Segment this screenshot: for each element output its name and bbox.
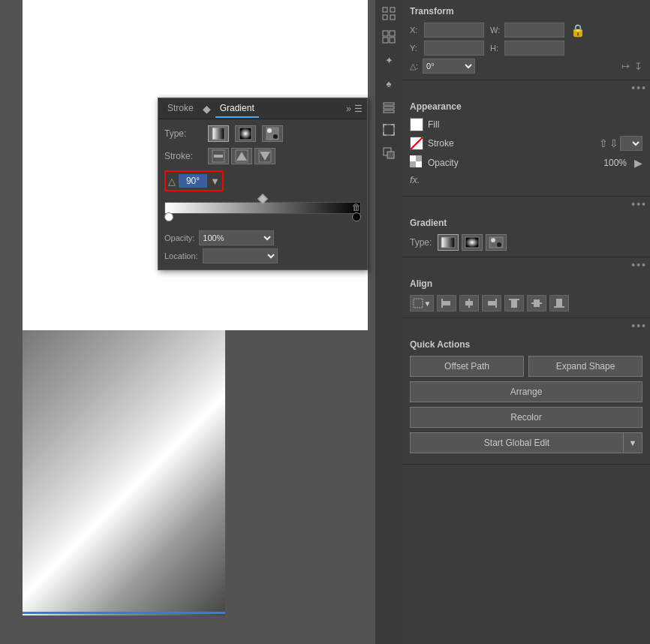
gradient-linear-btn[interactable]: [438, 234, 459, 251]
freeform-gradient-btn[interactable]: [262, 125, 283, 142]
rt-arrange-icon: [381, 146, 396, 161]
fx-button[interactable]: fx.: [410, 174, 420, 185]
expand-shape-button[interactable]: Expand Shape: [528, 356, 642, 377]
align-more[interactable]: •••: [402, 318, 650, 333]
gradient-freeform-btn[interactable]: [486, 234, 507, 251]
type-label: Type:: [164, 128, 202, 139]
gradient-stop-left[interactable]: [164, 212, 173, 221]
svg-point-32: [491, 238, 495, 242]
rt-icon-3[interactable]: ✦: [378, 50, 399, 71]
flip-v-icon[interactable]: ↧: [634, 61, 642, 72]
stroke-up-arrow[interactable]: ⇧: [599, 137, 608, 149]
svg-rect-34: [414, 299, 423, 308]
x-input[interactable]: 5.5 in: [424, 23, 484, 38]
gradient-radial-btn[interactable]: [462, 234, 483, 251]
start-global-edit-button[interactable]: Start Global Edit: [410, 432, 623, 453]
stroke-swatch[interactable]: [410, 137, 423, 150]
linear-gradient-icon: [212, 127, 225, 140]
angle-triangle-symbol: △: [168, 176, 176, 187]
stroke-type-2-icon: [235, 149, 248, 163]
location-label: Location:: [164, 251, 198, 260]
align-bottom-btn[interactable]: [549, 295, 569, 311]
stroke-btn-2[interactable]: [231, 148, 252, 164]
rt-icon-1[interactable]: [378, 3, 399, 24]
stroke-tab[interactable]: Stroke: [163, 100, 198, 118]
start-global-edit-dropdown[interactable]: ▼: [623, 432, 642, 453]
gradient-more[interactable]: •••: [402, 257, 650, 272]
svg-rect-15: [383, 31, 388, 36]
y-label: Y:: [410, 44, 422, 53]
gradient-canvas: [23, 330, 225, 615]
rt-icon-6[interactable]: [378, 119, 399, 140]
svg-rect-27: [416, 155, 422, 161]
svg-rect-28: [410, 161, 416, 167]
align-middle-v-icon: [531, 298, 543, 308]
radial-gradient-btn[interactable]: [235, 125, 256, 142]
stroke-btn-1[interactable]: [208, 148, 229, 164]
panel-menu-icon[interactable]: ☰: [354, 104, 363, 114]
align-left-btn[interactable]: [437, 295, 456, 311]
align-to-icon: [413, 298, 423, 308]
fill-swatch[interactable]: [410, 118, 423, 131]
linear-gradient-btn[interactable]: [208, 125, 229, 142]
svg-rect-42: [511, 300, 517, 308]
location-dropdown[interactable]: [203, 248, 278, 263]
rt-icon-2[interactable]: [378, 26, 399, 47]
stroke-down-arrow[interactable]: ⇩: [609, 137, 618, 149]
svg-rect-40: [488, 301, 495, 305]
angle-input-wrap[interactable]: △ 90° ▼: [164, 170, 224, 191]
w-input[interactable]: 11 in: [504, 23, 564, 38]
w-label: W:: [490, 26, 502, 35]
rt-icon-7[interactable]: [378, 143, 399, 164]
opacity-arrow[interactable]: ▶: [634, 157, 642, 169]
align-top-btn[interactable]: [504, 295, 524, 311]
lock-icon: 🔒: [570, 23, 585, 38]
flip-h-icon[interactable]: ↦: [621, 61, 630, 72]
transform-more[interactable]: •••: [402, 80, 650, 95]
gradient-bar-area: 🗑: [164, 202, 361, 214]
y-input[interactable]: 6.6279 in: [424, 41, 484, 56]
panel-expand-icon[interactable]: »: [346, 104, 351, 114]
transform-yh-row: Y: 6.6279 in H: 3.7442 in: [410, 41, 642, 56]
right-icon-toolbar: ✦ ♠: [375, 0, 402, 644]
canvas-area: [0, 0, 375, 644]
align-right-btn[interactable]: [482, 295, 501, 311]
gradient-panel: Stroke ◆ Gradient » ☰ Type:: [158, 98, 368, 270]
align-to-selection[interactable]: ▼: [410, 295, 434, 311]
svg-rect-44: [534, 299, 540, 307]
angle-transform-dropdown[interactable]: 0°: [423, 59, 475, 74]
delete-stop-icon[interactable]: 🗑: [352, 202, 361, 212]
angle-input[interactable]: 90°: [179, 174, 207, 188]
arrange-button[interactable]: Arrange: [410, 381, 642, 402]
transform-xy-row: X: 5.5 in W: 11 in 🔒: [410, 23, 642, 38]
fill-label: Fill: [428, 119, 642, 130]
svg-point-3: [267, 128, 272, 133]
svg-rect-0: [212, 128, 224, 140]
gradient-stop-right[interactable]: [352, 212, 361, 221]
fill-row: Fill: [410, 118, 642, 131]
appearance-more[interactable]: •••: [402, 197, 650, 212]
opacity-appear-row: Opacity 100% ▶: [410, 155, 642, 170]
align-center-h-btn[interactable]: [459, 295, 479, 311]
svg-rect-17: [383, 38, 388, 43]
opacity-dropdown[interactable]: 100% 75% 50% 25% 0%: [199, 230, 274, 245]
gradient-tab[interactable]: Gradient: [215, 100, 259, 118]
offset-path-button[interactable]: Offset Path: [410, 356, 524, 377]
align-bottom-icon: [553, 298, 565, 308]
h-input[interactable]: 3.7442 in: [504, 41, 564, 56]
angle-dropdown-arrow[interactable]: ▼: [210, 176, 220, 187]
rt-icon-4[interactable]: ♠: [378, 73, 399, 94]
svg-point-4: [273, 134, 278, 139]
freeform-gradient-icon: [266, 127, 279, 140]
stroke-label: Stroke:: [164, 151, 202, 161]
rt-icon-5[interactable]: [378, 96, 399, 117]
align-right-icon: [486, 298, 498, 308]
svg-rect-26: [416, 161, 422, 167]
radial-gradient-icon: [239, 127, 252, 140]
rt-squares-icon: [381, 29, 396, 44]
opacity-icon-spacer: [410, 155, 423, 170]
stroke-weight-dropdown[interactable]: [620, 136, 642, 151]
stroke-btn-3[interactable]: [254, 148, 275, 164]
recolor-button[interactable]: Recolor: [410, 407, 642, 428]
align-middle-v-btn[interactable]: [527, 295, 546, 311]
